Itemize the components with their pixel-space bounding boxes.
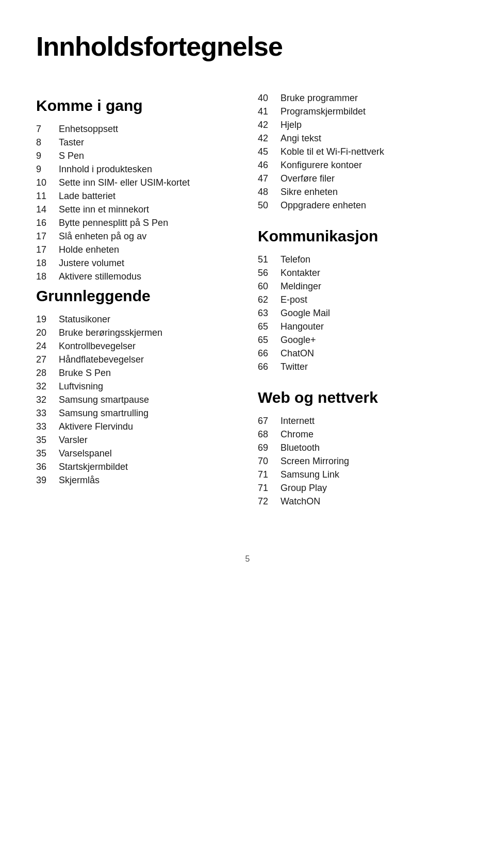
list-item: 27Håndflatebevegelser (36, 354, 237, 365)
list-item: 17Holde enheten (36, 244, 237, 255)
toc-label: Oppgradere enheten (280, 200, 366, 211)
toc-label: Startskjermbildet (59, 462, 128, 472)
list-item: 33Aktivere Flervindu (36, 421, 237, 432)
list-item: 70Screen Mirroring (258, 456, 459, 467)
toc-label: E-post (280, 294, 307, 305)
list-item: 42Hjelp (258, 120, 459, 130)
toc-number: 18 (36, 258, 59, 269)
toc-label: Statusikoner (59, 314, 110, 325)
toc-label: Programskjermbildet (280, 106, 366, 117)
toc-number: 41 (258, 106, 280, 117)
toc-number: 42 (258, 120, 280, 130)
list-item: 60Meldinger (258, 281, 459, 292)
toc-label: Bruke S Pen (59, 368, 111, 379)
list-item: 10Sette inn SIM- eller USIM-kortet (36, 177, 237, 188)
toc-label: Slå enheten på og av (59, 231, 146, 242)
komme-i-gang-items: 7Enhetsoppsett 8Taster 9S Pen 9Innhold i… (36, 124, 237, 282)
kommunikasjon-items: 51Telefon 56Kontakter 60Meldinger 62E-po… (258, 254, 459, 372)
list-item: 9Innhold i produktesken (36, 164, 237, 175)
list-item: 47Overføre filer (258, 173, 459, 184)
toc-number: 69 (258, 443, 280, 453)
list-item: 19Statusikoner (36, 314, 237, 325)
list-item: 67Internett (258, 416, 459, 427)
list-item: 40Bruke programmer (258, 93, 459, 104)
toc-label: Holde enheten (59, 244, 119, 255)
list-item: 71Samsung Link (258, 469, 459, 480)
toc-label: Konfigurere kontoer (280, 160, 362, 171)
list-item: 65Google+ (258, 335, 459, 346)
toc-number: 65 (258, 335, 280, 346)
toc-label: Kontrollbevegelser (59, 341, 136, 352)
toc-label: Hangouter (280, 321, 324, 332)
toc-number: 17 (36, 231, 59, 242)
toc-label: Google Mail (280, 308, 330, 319)
list-item: 51Telefon (258, 254, 459, 265)
list-item: 14Sette inn et minnekort (36, 204, 237, 215)
toc-number: 66 (258, 348, 280, 359)
toc-number: 35 (36, 448, 59, 459)
right-column: 40Bruke programmer 41Programskjermbildet… (258, 93, 459, 523)
toc-number: 36 (36, 462, 59, 472)
list-item: 18Aktivere stillemodus (36, 271, 237, 282)
toc-number: 24 (36, 341, 59, 352)
toc-number: 14 (36, 204, 59, 215)
toc-number: 72 (258, 496, 280, 507)
list-item: 9S Pen (36, 151, 237, 161)
programmer-items: 40Bruke programmer 41Programskjermbildet… (258, 93, 459, 211)
toc-number: 48 (258, 187, 280, 198)
toc-number: 40 (258, 93, 280, 104)
toc-number: 10 (36, 177, 59, 188)
toc-label: Chrome (280, 429, 314, 440)
toc-number: 67 (258, 416, 280, 427)
list-item: 28Bruke S Pen (36, 368, 237, 379)
toc-number: 65 (258, 321, 280, 332)
section-heading-komme-i-gang: Komme i gang (36, 97, 237, 114)
toc-label: Sikre enheten (280, 187, 338, 198)
toc-label: Samsung Link (280, 469, 339, 480)
web-items: 67Internett 68Chrome 69Bluetooth 70Scree… (258, 416, 459, 507)
toc-number: 45 (258, 146, 280, 157)
toc-number: 17 (36, 244, 59, 255)
toc-label: Twitter (280, 362, 308, 372)
list-item: 50Oppgradere enheten (258, 200, 459, 211)
page-footer: 5 (36, 554, 459, 564)
toc-number: 62 (258, 294, 280, 305)
list-item: 69Bluetooth (258, 443, 459, 453)
toc-number: 70 (258, 456, 280, 467)
toc-label: Samsung smartrulling (59, 408, 148, 419)
toc-number: 71 (258, 483, 280, 494)
section-kommunikasjon: Kommunikasjon 51Telefon 56Kontakter 60Me… (258, 227, 459, 372)
toc-number: 11 (36, 191, 59, 202)
toc-label: Angi tekst (280, 133, 321, 144)
toc-number: 33 (36, 421, 59, 432)
toc-number: 27 (36, 354, 59, 365)
toc-number: 9 (36, 164, 59, 175)
section-programmer: 40Bruke programmer 41Programskjermbildet… (258, 93, 459, 211)
list-item: 17Slå enheten på og av (36, 231, 237, 242)
toc-number: 63 (258, 308, 280, 319)
toc-label: Luftvisning (59, 381, 103, 392)
list-item: 32Luftvisning (36, 381, 237, 392)
toc-number: 7 (36, 124, 59, 135)
list-item: 8Taster (36, 137, 237, 148)
page-number: 5 (245, 554, 250, 563)
toc-number: 28 (36, 368, 59, 379)
list-item: 39Skjermlås (36, 475, 237, 486)
toc-label: ChatON (280, 348, 314, 359)
section-grunnleggende: Grunnleggende 19Statusikoner 20Bruke ber… (36, 287, 237, 486)
toc-label: S Pen (59, 151, 84, 161)
section-heading-grunnleggende: Grunnleggende (36, 287, 237, 305)
list-item: 33Samsung smartrulling (36, 408, 237, 419)
list-item: 24Kontrollbevegelser (36, 341, 237, 352)
list-item: 63Google Mail (258, 308, 459, 319)
toc-number: 71 (258, 469, 280, 480)
toc-label: Screen Mirroring (280, 456, 349, 467)
list-item: 45Koble til et Wi-Fi-nettverk (258, 146, 459, 157)
toc-number: 20 (36, 327, 59, 338)
toc-number: 39 (36, 475, 59, 486)
toc-label: Skjermlås (59, 475, 100, 486)
toc-label: Varsler (59, 435, 88, 446)
toc-label: Taster (59, 137, 84, 148)
left-column: Komme i gang 7Enhetsoppsett 8Taster 9S P… (36, 93, 237, 523)
toc-label: Bytte pennesplitt på S Pen (59, 218, 168, 228)
